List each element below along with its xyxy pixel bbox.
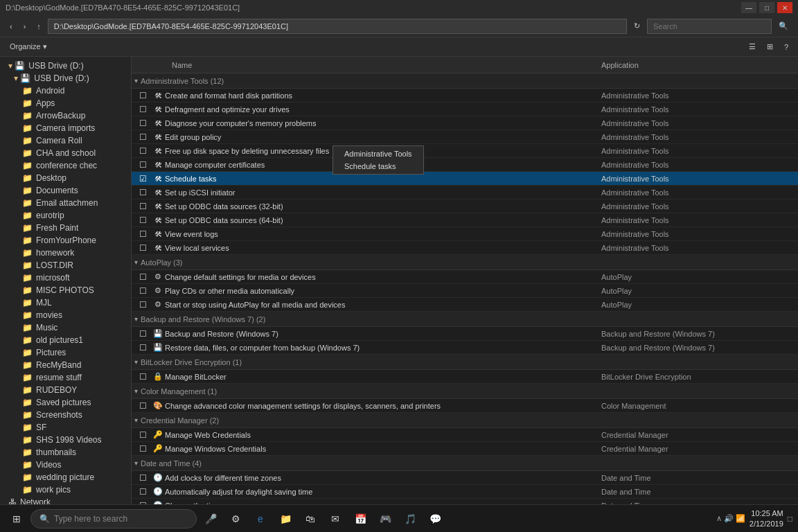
sidebar-item-lostdir[interactable]: 📁LOST.DIR (14, 259, 131, 272)
tooltip-item-schedule[interactable]: Schedule tasks (333, 160, 423, 172)
start-button[interactable]: ⊞ (6, 508, 28, 530)
taskbar-search[interactable]: 🔍 Type here to search (30, 509, 197, 529)
sidebar-item-android[interactable]: 📁Android (14, 85, 131, 97)
sidebar-item-fromphone[interactable]: 📁FromYourPhone (14, 234, 131, 247)
table-row[interactable]: ☐ 🛠 Set up iSCSI initiator Administrativ… (132, 186, 798, 200)
sidebar-item-shs[interactable]: 📁SHS 1998 Videos (14, 434, 131, 446)
taskbar-explorer[interactable]: 📁 (274, 508, 296, 530)
checkbox[interactable]: ☐ (134, 430, 151, 440)
table-row[interactable]: ☐ 🎨 Change advanced color management set… (132, 399, 798, 413)
table-row[interactable]: ☐ 🛠 Set up ODBC data sources (64-bit) Ad… (132, 213, 798, 227)
sidebar-item-videos[interactable]: 📁Videos (14, 459, 131, 471)
table-row[interactable]: ☐ 🛠 Set up ODBC data sources (32-bit) Ad… (132, 200, 798, 213)
checkbox[interactable]: ☐ (134, 272, 151, 282)
group-bitlocker[interactable]: ▾ BitLocker Drive Encryption (1) (132, 355, 798, 370)
checkbox[interactable]: ☐ (134, 146, 151, 156)
table-row[interactable]: ☐ 🛠 Create and format hard disk partitio… (132, 89, 798, 103)
checkbox[interactable]: ☐ (134, 229, 151, 239)
sidebar-item-documents[interactable]: 📁Documents (14, 184, 131, 197)
taskbar-mail[interactable]: ✉ (324, 508, 346, 530)
sidebar-item-savedpics[interactable]: 📁Saved pictures (14, 396, 131, 409)
view-tiles-button[interactable]: ⊞ (763, 39, 777, 55)
table-row[interactable]: ☐ 💾 Backup and Restore (Windows 7) Backu… (132, 327, 798, 341)
sidebar-item-pictures[interactable]: 📁Pictures (14, 346, 131, 359)
sidebar-item-homework[interactable]: 📁homework (14, 247, 131, 259)
sidebar-item-freshpaint[interactable]: 📁Fresh Paint (14, 222, 131, 234)
tooltip-item-admin[interactable]: Administrative Tools (333, 148, 423, 160)
sidebar-item-usb[interactable]: ▾ 💾 USB Drive (D:) (6, 72, 131, 85)
table-row[interactable]: ☐ 🛠 Manage computer certificates Adminis… (132, 158, 798, 172)
checkbox[interactable]: ☐ (134, 401, 151, 411)
checkbox[interactable]: ☐ (134, 487, 151, 497)
checkbox[interactable]: ☐ (134, 372, 151, 382)
table-row[interactable]: ☐ 🛠 View local services Administrative T… (132, 241, 798, 255)
table-row[interactable]: ☐ 🛠 Diagnose your computer's memory prob… (132, 116, 798, 130)
sidebar-item-usb-top[interactable]: ▾ 💾 USB Drive (D:) (0, 60, 131, 72)
table-row[interactable]: ☐ 💾 Restore data, files, or computer fro… (132, 341, 798, 355)
sidebar-item-camera-roll[interactable]: 📁Camera Roll (14, 134, 131, 147)
taskbar-calendar[interactable]: 📅 (349, 508, 371, 530)
checkbox[interactable]: ☐ (134, 329, 151, 339)
table-row[interactable]: ☐ 🛠 View event logs Administrative Tools (132, 227, 798, 241)
group-administrative-tools[interactable]: ▾ Administrative Tools (12) (132, 73, 798, 89)
maximize-button[interactable]: □ (759, 2, 774, 13)
sidebar-item-arrowbackup[interactable]: 📁ArrowBackup (14, 109, 131, 122)
sidebar-item-email[interactable]: 📁Email attachmen (14, 197, 131, 209)
sidebar-item-screenshots[interactable]: 📁Screenshots (14, 409, 131, 421)
table-row[interactable]: ☐ 🔑 Manage Web Credentials Credential Ma… (132, 428, 798, 442)
group-datetime[interactable]: ▾ Date and Time (4) (132, 456, 798, 471)
forward-button[interactable]: › (19, 19, 30, 34)
sidebar-item-rudeboy[interactable]: 📁RUDEBOY (14, 384, 131, 396)
sidebar-item-conference[interactable]: 📁conference chec (14, 159, 131, 172)
view-details-button[interactable]: ☰ (745, 39, 760, 55)
sidebar-item-thumbnails[interactable]: 📁thumbnails (14, 446, 131, 459)
sidebar-item-wedding[interactable]: 📁wedding picture (14, 471, 131, 484)
taskbar-store[interactable]: 🛍 (299, 508, 321, 530)
name-col-header[interactable]: Name (169, 61, 601, 69)
sidebar-item-eurotrip[interactable]: 📁eurotrip (14, 209, 131, 222)
back-button[interactable]: ‹ (6, 19, 17, 34)
sidebar-item-camera-imports[interactable]: 📁Camera imports (14, 122, 131, 134)
table-row[interactable]: ☐ 🛠 Edit group policy Administrative Too… (132, 130, 798, 144)
sidebar-item-mjl[interactable]: 📁MJL (14, 296, 131, 309)
checkbox[interactable]: ☐ (134, 188, 151, 197)
checkbox[interactable]: ☐ (134, 91, 151, 100)
up-button[interactable]: ↑ (33, 19, 45, 34)
checkbox[interactable]: ☐ (134, 300, 151, 310)
table-row[interactable]: ☐ ⚙ Play CDs or other media automaticall… (132, 284, 798, 298)
table-row[interactable]: ☐ 🕐 Add clocks for different time zones … (132, 471, 798, 485)
checkbox[interactable]: ☐ (134, 243, 151, 253)
checkbox[interactable]: ☐ (134, 202, 151, 211)
minimize-button[interactable]: — (741, 2, 756, 13)
table-row-selected[interactable]: ☑ 🛠 Schedule tasks Administrative Tools (132, 172, 798, 186)
checkbox[interactable]: ☐ (134, 343, 151, 353)
sidebar-item-resume[interactable]: 📁resume stuff (14, 371, 131, 384)
sidebar-item-workpics[interactable]: 📁work pics (14, 484, 131, 496)
table-row[interactable]: ☐ 🛠 Defragment and optimize your drives … (132, 103, 798, 116)
sidebar-item-oldpictures[interactable]: 📁old pictures1 (14, 334, 131, 346)
table-row[interactable]: ☐ 🕐 Automatically adjust for daylight sa… (132, 485, 798, 499)
sidebar-item-microsoft[interactable]: 📁microsoft (14, 272, 131, 284)
sidebar-item-movies[interactable]: 📁movies (14, 309, 131, 321)
app-col-header[interactable]: Application (601, 61, 795, 69)
group-autoplay[interactable]: ▾ AutoPlay (3) (132, 255, 798, 270)
checkbox[interactable]: ☐ (134, 105, 151, 114)
checkbox[interactable]: ☐ (134, 444, 151, 454)
checkbox[interactable]: ☐ (134, 473, 151, 483)
checkbox[interactable]: ☐ (134, 160, 151, 170)
checkbox[interactable]: ☑ (134, 174, 151, 184)
checkbox[interactable]: ☐ (134, 132, 151, 142)
address-bar[interactable] (48, 19, 627, 34)
help-button[interactable]: ? (780, 39, 792, 55)
table-row[interactable]: ☐ ⚙ Start or stop using AutoPlay for all… (132, 298, 798, 312)
search-icon-button[interactable]: 🔍 (774, 19, 792, 34)
taskbar-app1[interactable]: 🎮 (374, 508, 396, 530)
sidebar-item-recmyband[interactable]: 📁RecMyBand (14, 359, 131, 371)
sidebar-item-cha[interactable]: 📁CHA and school (14, 147, 131, 159)
table-row[interactable]: ☐ 🛠 Free up disk space by deleting unnec… (132, 144, 798, 158)
taskbar-edge[interactable]: e (249, 508, 272, 530)
table-row[interactable]: ☐ 🔒 Manage BitLocker BitLocker Drive Enc… (132, 370, 798, 384)
checkbox[interactable]: ☐ (134, 215, 151, 225)
checkbox[interactable]: ☐ (134, 118, 151, 128)
taskbar-app3[interactable]: 💬 (424, 508, 446, 530)
